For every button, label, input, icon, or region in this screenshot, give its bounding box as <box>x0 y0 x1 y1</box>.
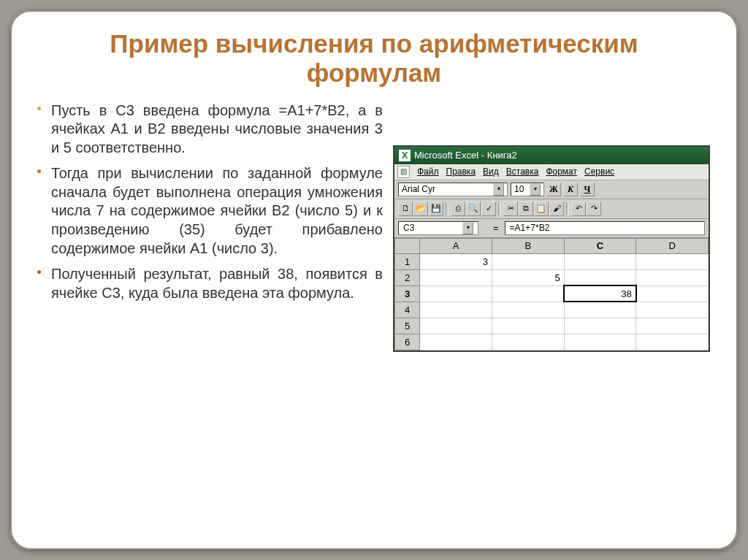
excel-standard-toolbar: 🗋 📂 💾 ⎙ 🔍 ✓ ✂ ⧉ 📋 🖌 ↶ ↷ <box>394 199 709 219</box>
save-file-icon[interactable]: 💾 <box>429 202 443 216</box>
excel-menubar: ▧ Файл Правка Вид Вставка Формат Сервис <box>394 164 709 180</box>
cell-c1[interactable] <box>564 253 636 269</box>
row-header-5[interactable]: 5 <box>395 318 420 334</box>
menu-file[interactable]: Файл <box>417 166 439 177</box>
redo-icon[interactable]: ↷ <box>587 202 601 216</box>
cell-d6[interactable] <box>636 334 709 350</box>
cell-a4[interactable] <box>420 302 492 318</box>
text-column: Пусть в С3 введена формула =А1+7*В2, а в… <box>32 101 393 352</box>
cell-a2[interactable] <box>420 269 492 285</box>
menu-insert[interactable]: Вставка <box>506 166 539 177</box>
slide-frame: Пример вычисления по арифметическим форм… <box>10 10 738 550</box>
cell-b3[interactable] <box>492 285 565 302</box>
menu-edit[interactable]: Правка <box>446 166 476 177</box>
font-name-select[interactable]: Arial Cyr ▾ <box>398 183 508 196</box>
font-name-value: Arial Cyr <box>402 183 435 196</box>
excel-window: X Microsoft Excel - Книга2 ▧ Файл Правка… <box>393 145 710 352</box>
bold-button[interactable]: Ж <box>546 183 561 196</box>
col-header-a[interactable]: A <box>420 238 492 253</box>
cell-b5[interactable] <box>492 318 565 334</box>
col-header-b[interactable]: B <box>492 238 565 253</box>
toolbar-separator <box>566 202 569 215</box>
spellcheck-icon[interactable]: ✓ <box>481 202 496 216</box>
dropdown-arrow-icon: ▾ <box>493 183 504 196</box>
cell-a5[interactable] <box>420 318 492 334</box>
cell-a1[interactable]: 3 <box>420 253 492 269</box>
cell-c4[interactable] <box>564 302 636 318</box>
cell-d2[interactable] <box>636 269 709 285</box>
cell-b1[interactable] <box>492 253 565 269</box>
excel-app-title: Microsoft Excel - Книга2 <box>414 150 517 161</box>
col-header-c[interactable]: C <box>564 238 636 253</box>
row-header-2[interactable]: 2 <box>395 269 420 285</box>
cell-a6[interactable] <box>420 334 492 350</box>
cell-d1[interactable] <box>636 253 709 269</box>
equals-icon: = <box>493 223 499 234</box>
open-file-icon[interactable]: 📂 <box>413 202 428 216</box>
dropdown-arrow-icon: ▾ <box>530 183 541 196</box>
toolbar-separator <box>446 202 449 215</box>
slide-title: Пример вычисления по арифметическим форм… <box>10 10 738 96</box>
excel-app-icon: X <box>399 150 411 161</box>
copy-icon[interactable]: ⧉ <box>519 202 533 216</box>
cell-d4[interactable] <box>636 302 709 318</box>
cell-d3[interactable] <box>636 285 709 302</box>
print-icon[interactable]: ⎙ <box>451 202 465 216</box>
new-file-icon[interactable]: 🗋 <box>398 202 413 216</box>
row-header-4[interactable]: 4 <box>395 302 420 318</box>
undo-icon[interactable]: ↶ <box>571 202 586 216</box>
menu-format[interactable]: Формат <box>546 166 577 177</box>
excel-titlebar: X Microsoft Excel - Книга2 <box>394 147 709 164</box>
bullet-list: Пусть в С3 введена формула =А1+7*В2, а в… <box>32 101 383 303</box>
cell-b2[interactable]: 5 <box>492 269 565 285</box>
cell-a3[interactable] <box>420 285 492 302</box>
excel-doc-icon: ▧ <box>397 166 410 178</box>
bullet-2: Тогда при вычислении по заданной формуле… <box>32 164 383 258</box>
row-header-6[interactable]: 6 <box>395 334 420 350</box>
font-size-select[interactable]: 10 ▾ <box>511 183 544 196</box>
name-box-value: C3 <box>403 222 414 234</box>
underline-button[interactable]: Ч <box>580 183 595 196</box>
preview-icon[interactable]: 🔍 <box>466 202 481 216</box>
row-header-1[interactable]: 1 <box>395 253 420 269</box>
menu-view[interactable]: Вид <box>483 166 499 177</box>
format-painter-icon[interactable]: 🖌 <box>549 202 564 216</box>
cell-d5[interactable] <box>636 318 709 334</box>
cell-c5[interactable] <box>564 318 636 334</box>
bullet-3: Полученный результат, равный 38, появитс… <box>32 265 383 302</box>
col-header-d[interactable]: D <box>636 238 709 253</box>
cell-b4[interactable] <box>492 302 565 318</box>
name-box[interactable]: C3 ▾ <box>398 221 478 235</box>
formula-input[interactable]: =A1+7*B2 <box>505 221 705 235</box>
cell-c2[interactable] <box>564 269 636 285</box>
image-column: X Microsoft Excel - Книга2 ▧ Файл Правка… <box>393 101 716 352</box>
select-all-corner[interactable] <box>395 238 420 253</box>
content-area: Пусть в С3 введена формула =А1+7*В2, а в… <box>10 96 738 352</box>
excel-font-toolbar: Arial Cyr ▾ 10 ▾ Ж К Ч <box>394 180 709 199</box>
dropdown-arrow-icon: ▾ <box>462 222 473 234</box>
menu-service[interactable]: Сервис <box>584 166 614 177</box>
italic-button[interactable]: К <box>563 183 578 196</box>
cell-b6[interactable] <box>492 334 565 350</box>
cell-c6[interactable] <box>564 334 636 350</box>
font-size-value: 10 <box>514 183 524 196</box>
row-header-3[interactable]: 3 <box>395 285 420 302</box>
bullet-1: Пусть в С3 введена формула =А1+7*В2, а в… <box>32 101 383 158</box>
paste-icon[interactable]: 📋 <box>534 202 549 216</box>
cell-c3[interactable]: 38 <box>564 285 636 302</box>
excel-grid[interactable]: A B C D 1 3 2 <box>394 238 709 350</box>
excel-formula-bar: C3 ▾ = =A1+7*B2 <box>394 219 709 238</box>
cut-icon[interactable]: ✂ <box>503 202 518 216</box>
toolbar-separator <box>498 202 501 215</box>
